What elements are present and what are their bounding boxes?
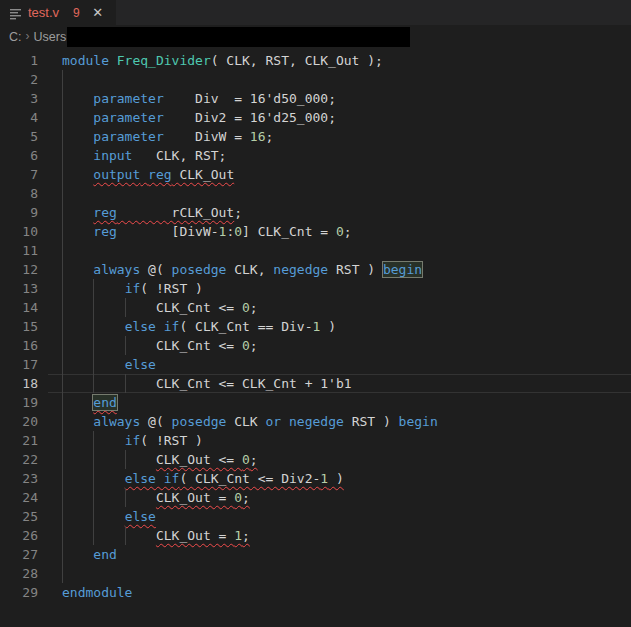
code-line[interactable]: 5 parameter DivW = 16;	[0, 127, 631, 146]
indent-guide	[62, 241, 63, 260]
code-text: always @( posedge CLK, negedge RST ) beg…	[62, 260, 422, 279]
code-text: reg [DivW-1:0] CLK_Cnt = 0;	[62, 222, 352, 241]
line-number: 13	[0, 279, 38, 298]
tab-problems-count: 9	[73, 6, 80, 20]
line-number: 11	[0, 241, 38, 260]
code-text: module Freq_Divider( CLK, RST, CLK_Out )…	[62, 51, 383, 70]
code-line[interactable]: 17 else	[0, 355, 631, 374]
code-line[interactable]: 2	[0, 70, 631, 89]
indent-guide	[62, 70, 63, 89]
code-line[interactable]: 19 end	[0, 393, 631, 412]
code-line[interactable]: 15 else if( CLK_Cnt == Div-1 )	[0, 317, 631, 336]
code-line[interactable]: 20 always @( posedge CLK or negedge RST …	[0, 412, 631, 431]
code-text: end	[62, 393, 117, 412]
code-text: if( !RST )	[62, 431, 203, 450]
code-line[interactable]: 23 else if( CLK_Cnt <= Div2-1 )	[0, 469, 631, 488]
file-icon	[9, 6, 22, 19]
code-text: endmodule	[62, 583, 132, 602]
line-number: 22	[0, 450, 38, 469]
line-number: 18	[0, 374, 38, 393]
breadcrumb: C: › Users	[0, 25, 631, 48]
code-text: else	[62, 355, 156, 374]
code-text: CLK_Out = 0;	[62, 488, 250, 507]
code-line[interactable]: 21 if( !RST )	[0, 431, 631, 450]
code-text: output reg CLK_Out	[62, 165, 234, 184]
vscode-window: test.v 9 ✕ C: › Users 1module Freq_Divid…	[0, 0, 631, 627]
code-area[interactable]: 1module Freq_Divider( CLK, RST, CLK_Out …	[0, 48, 631, 602]
code-text: CLK_Out <= 0;	[62, 450, 258, 469]
code-line[interactable]: 29endmodule	[0, 583, 631, 602]
code-line[interactable]: 28	[0, 564, 631, 583]
line-number: 12	[0, 260, 38, 279]
indent-guide	[62, 564, 63, 583]
code-line[interactable]: 6 input CLK, RST;	[0, 146, 631, 165]
code-line[interactable]: 3 parameter Div = 16'd50_000;	[0, 89, 631, 108]
code-text: if( !RST )	[62, 279, 203, 298]
line-number: 6	[0, 146, 38, 165]
line-number: 8	[0, 184, 38, 203]
breadcrumb-drive[interactable]: C:	[9, 30, 22, 44]
line-number: 14	[0, 298, 38, 317]
tab-test-v[interactable]: test.v 9 ✕	[0, 0, 116, 25]
code-line[interactable]: 27 end	[0, 545, 631, 564]
line-number: 26	[0, 526, 38, 545]
indent-guide	[62, 184, 63, 203]
code-line[interactable]: 25 else	[0, 507, 631, 526]
code-line[interactable]: 24 CLK_Out = 0;	[0, 488, 631, 507]
code-line[interactable]: 7 output reg CLK_Out	[0, 165, 631, 184]
line-number: 24	[0, 488, 38, 507]
code-text: always @( posedge CLK or negedge RST ) b…	[62, 412, 438, 431]
line-number: 17	[0, 355, 38, 374]
chevron-right-icon: ›	[26, 29, 30, 43]
code-line[interactable]: 13 if( !RST )	[0, 279, 631, 298]
line-number: 5	[0, 127, 38, 146]
line-number: 3	[0, 89, 38, 108]
code-text: CLK_Out = 1;	[62, 526, 250, 545]
line-number: 27	[0, 545, 38, 564]
line-number: 25	[0, 507, 38, 526]
line-number: 28	[0, 564, 38, 583]
tab-close-icon[interactable]: ✕	[90, 5, 106, 21]
line-number: 10	[0, 222, 38, 241]
code-text: CLK_Cnt <= 0;	[62, 336, 258, 355]
code-line[interactable]: 8	[0, 184, 631, 203]
line-number: 7	[0, 165, 38, 184]
line-number: 1	[0, 51, 38, 70]
code-text: else if( CLK_Cnt == Div-1 )	[62, 317, 336, 336]
code-line[interactable]: 16 CLK_Cnt <= 0;	[0, 336, 631, 355]
code-text: parameter DivW = 16;	[62, 127, 273, 146]
code-text: end	[62, 545, 117, 564]
code-line[interactable]: 1module Freq_Divider( CLK, RST, CLK_Out …	[0, 51, 631, 70]
code-text: parameter Div2 = 16'd25_000;	[62, 108, 336, 127]
code-text: reg rCLK_Out;	[62, 203, 242, 222]
code-line[interactable]: 9 reg rCLK_Out;	[0, 203, 631, 222]
line-number: 21	[0, 431, 38, 450]
editor-tab-bar: test.v 9 ✕	[0, 0, 631, 25]
code-line[interactable]: 18 CLK_Cnt <= CLK_Cnt + 1'b1	[0, 374, 631, 393]
code-line[interactable]: 10 reg [DivW-1:0] CLK_Cnt = 0;	[0, 222, 631, 241]
code-text: input CLK, RST;	[62, 146, 226, 165]
code-text: CLK_Cnt <= CLK_Cnt + 1'b1	[62, 374, 352, 393]
line-number: 20	[0, 412, 38, 431]
line-number: 19	[0, 393, 38, 412]
line-number: 9	[0, 203, 38, 222]
code-text: parameter Div = 16'd50_000;	[62, 89, 336, 108]
code-line[interactable]: 12 always @( posedge CLK, negedge RST ) …	[0, 260, 631, 279]
line-number: 15	[0, 317, 38, 336]
code-line[interactable]: 4 parameter Div2 = 16'd25_000;	[0, 108, 631, 127]
code-line[interactable]: 26 CLK_Out = 1;	[0, 526, 631, 545]
line-number: 4	[0, 108, 38, 127]
line-number: 2	[0, 70, 38, 89]
breadcrumb-folder-users[interactable]: Users	[34, 30, 67, 44]
code-line[interactable]: 22 CLK_Out <= 0;	[0, 450, 631, 469]
code-line[interactable]: 14 CLK_Cnt <= 0;	[0, 298, 631, 317]
redacted-path-block	[67, 27, 410, 47]
line-number: 29	[0, 583, 38, 602]
tab-file-name: test.v	[28, 5, 59, 20]
code-text: else	[62, 507, 156, 526]
code-text: CLK_Cnt <= 0;	[62, 298, 258, 317]
line-number: 16	[0, 336, 38, 355]
line-number: 23	[0, 469, 38, 488]
code-text: else if( CLK_Cnt <= Div2-1 )	[62, 469, 344, 488]
code-line[interactable]: 11	[0, 241, 631, 260]
